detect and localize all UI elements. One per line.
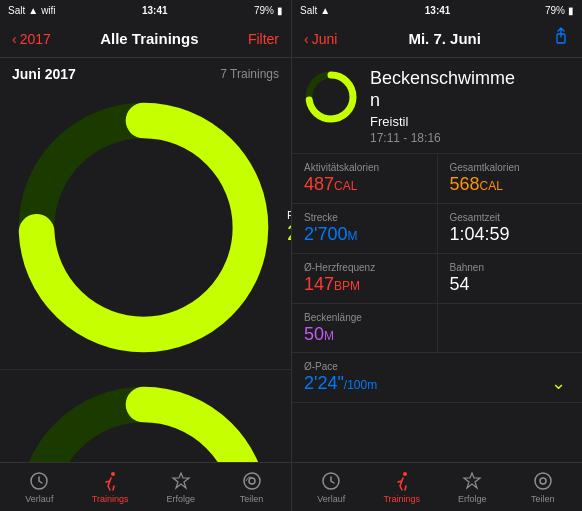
- stat-value-beckenlaenge: 50M: [304, 325, 425, 345]
- share-button-right[interactable]: [552, 27, 570, 50]
- back-label-right: Juni: [312, 31, 338, 47]
- carrier-right: Salt: [300, 5, 317, 16]
- status-right-right: 79% ▮: [545, 5, 574, 16]
- section-header: Juni 2017 7 Trainings: [0, 58, 291, 86]
- detail-title: Beckenschwimme n: [370, 68, 570, 111]
- wifi-icon: wifi: [41, 5, 55, 16]
- tab-teilen-left[interactable]: Teilen: [216, 470, 287, 504]
- svg-marker-14: [173, 473, 189, 488]
- stat-row-5: Ø-Pace 2'24"/100m ⌄: [292, 353, 582, 403]
- clock-icon-right: [320, 470, 342, 492]
- detail-ring-icon: [304, 70, 358, 124]
- stat-row-3: Ø-Herzfrequenz 147BPM Bahnen 54: [292, 254, 582, 304]
- svg-point-24: [540, 478, 546, 484]
- tab-label-teilen-left: Teilen: [240, 494, 264, 504]
- chevron-down-icon[interactable]: ⌄: [551, 374, 566, 394]
- stat-cell-aktivitaetskalorien: Aktivitätskalorien 487CAL: [292, 154, 438, 203]
- activity-ring-icon-1: [8, 92, 279, 363]
- tab-label-trainings-right: Trainings: [383, 494, 420, 504]
- back-chevron-right: ‹: [304, 31, 309, 47]
- status-right-left: 79% ▮: [254, 5, 283, 16]
- status-left: Salt ▲ wifi: [8, 5, 56, 16]
- section-count: 7 Trainings: [220, 67, 279, 81]
- back-chevron-left: ‹: [12, 31, 17, 47]
- detail-subtitle: Freistil: [370, 114, 570, 129]
- nav-bar-right: ‹ Juni Mi. 7. Juni: [292, 20, 582, 58]
- detail-time: 17:11 - 18:16: [370, 131, 570, 145]
- activity-ring-icon-2: [8, 376, 279, 462]
- nav-title-right: Mi. 7. Juni: [408, 30, 481, 47]
- list-item[interactable]: Beckenschwimmen 15.06.17 1'900M ›: [0, 370, 291, 462]
- filter-button[interactable]: Filter: [248, 31, 279, 47]
- nav-title-left: Alle Trainings: [100, 30, 198, 47]
- clock-icon: [28, 470, 50, 492]
- stat-row-1: Aktivitätskalorien 487CAL Gesamtkalorien…: [292, 154, 582, 204]
- tab-label-verlauf-right: Verlauf: [317, 494, 345, 504]
- stat-label-aktivitaetskalorien: Aktivitätskalorien: [304, 162, 425, 173]
- stat-cell-empty-4: [438, 304, 583, 353]
- star-icon-right: [461, 470, 483, 492]
- stat-label-beckenlaenge: Beckenlänge: [304, 312, 425, 323]
- run-icon-left: [99, 470, 121, 492]
- stat-label-strecke: Strecke: [304, 212, 425, 223]
- tab-teilen-right[interactable]: Teilen: [508, 470, 579, 504]
- tab-bar-right: Verlauf Trainings Erfolge Teilen: [292, 462, 582, 511]
- stat-value-bahnen: 54: [450, 275, 571, 295]
- svg-marker-22: [464, 473, 480, 488]
- tab-trainings-right[interactable]: Trainings: [367, 470, 438, 504]
- tab-bar-left: Verlauf Trainings Erfolge Teilen: [0, 462, 291, 511]
- share-icon-right-tab: [532, 470, 554, 492]
- svg-point-16: [249, 478, 255, 484]
- list-item[interactable]: Freiwasserschwimmen Montag 2'087M ›: [0, 86, 291, 370]
- training-list: Freiwasserschwimmen Montag 2'087M › Beck…: [0, 86, 291, 462]
- battery-icon-right: ▮: [568, 5, 574, 16]
- battery-left: 79%: [254, 5, 274, 16]
- detail-stats: Aktivitätskalorien 487CAL Gesamtkalorien…: [292, 154, 582, 462]
- share-icon-left: [241, 470, 263, 492]
- stat-row-4: Beckenlänge 50M: [292, 304, 582, 354]
- tab-erfolge-left[interactable]: Erfolge: [146, 470, 217, 504]
- section-month: Juni 2017: [12, 66, 76, 82]
- signal-icon-right: ▲: [320, 5, 330, 16]
- time-left: 13:41: [142, 5, 168, 16]
- back-button-right[interactable]: ‹ Juni: [304, 31, 337, 47]
- svg-point-21: [403, 472, 407, 476]
- tab-label-erfolge-right: Erfolge: [458, 494, 487, 504]
- tab-label-teilen-right: Teilen: [531, 494, 555, 504]
- stat-cell-beckenlaenge: Beckenlänge 50M: [292, 304, 438, 353]
- tab-verlauf-left[interactable]: Verlauf: [4, 470, 75, 504]
- detail-title-block: Beckenschwimme n Freistil 17:11 - 18:16: [370, 68, 570, 145]
- back-button-left[interactable]: ‹ 2017: [12, 31, 51, 47]
- stat-value-gesamtkalorien: 568CAL: [450, 175, 571, 195]
- status-left-right: Salt ▲: [300, 5, 330, 16]
- stat-cell-herzfrequenz: Ø-Herzfrequenz 147BPM: [292, 254, 438, 303]
- tab-label-trainings-left: Trainings: [92, 494, 129, 504]
- stat-value-herzfrequenz: 147BPM: [304, 275, 425, 295]
- tab-verlauf-right[interactable]: Verlauf: [296, 470, 367, 504]
- status-bar-left: Salt ▲ wifi 13:41 79% ▮: [0, 0, 291, 20]
- battery-right: 79%: [545, 5, 565, 16]
- tab-label-verlauf-left: Verlauf: [25, 494, 53, 504]
- stat-cell-strecke: Strecke 2'700M: [292, 204, 438, 253]
- nav-bar-left: ‹ 2017 Alle Trainings Filter: [0, 20, 291, 58]
- stat-label-gesamtkalorien: Gesamtkalorien: [450, 162, 571, 173]
- stat-value-aktivitaetskalorien: 487CAL: [304, 175, 425, 195]
- stat-value-gesamtzeit: 1:04:59: [450, 225, 571, 245]
- tab-erfolge-right[interactable]: Erfolge: [437, 470, 508, 504]
- stat-row-2: Strecke 2'700M Gesamtzeit 1:04:59: [292, 204, 582, 254]
- stat-value-strecke: 2'700M: [304, 225, 425, 245]
- signal-icon: ▲: [28, 5, 38, 16]
- left-panel: Salt ▲ wifi 13:41 79% ▮ ‹ 2017 Alle Trai…: [0, 0, 291, 511]
- status-bar-right: Salt ▲ 13:41 79% ▮: [292, 0, 582, 20]
- stat-value-pace: 2'24"/100m ⌄: [304, 374, 570, 394]
- right-panel: Salt ▲ 13:41 79% ▮ ‹ Juni Mi. 7. Juni Be…: [291, 0, 582, 511]
- stat-cell-pace: Ø-Pace 2'24"/100m ⌄: [292, 353, 582, 402]
- stat-label-gesamtzeit: Gesamtzeit: [450, 212, 571, 223]
- tab-trainings-left[interactable]: Trainings: [75, 470, 146, 504]
- stat-label-herzfrequenz: Ø-Herzfrequenz: [304, 262, 425, 273]
- svg-point-13: [111, 472, 115, 476]
- svg-point-23: [535, 473, 551, 489]
- stat-cell-bahnen: Bahnen 54: [438, 254, 583, 303]
- run-icon-right: [391, 470, 413, 492]
- carrier-left: Salt: [8, 5, 25, 16]
